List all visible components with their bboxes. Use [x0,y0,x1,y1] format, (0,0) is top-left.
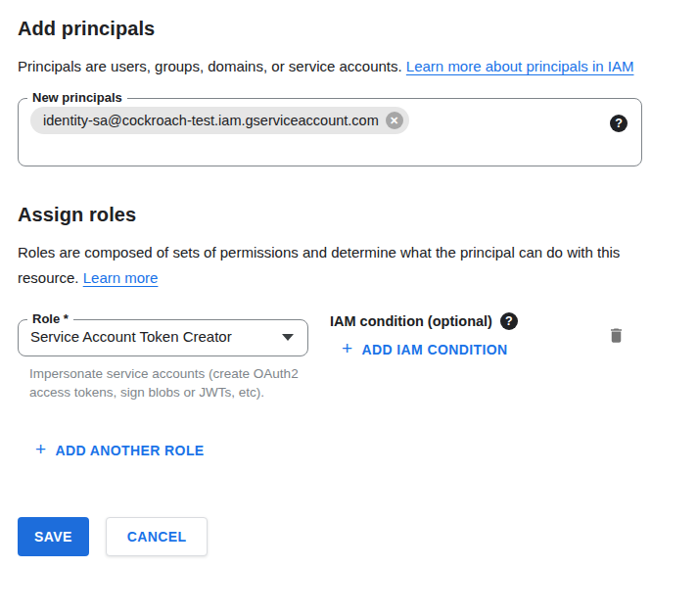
add-another-role-button[interactable]: + ADD ANOTHER ROLE [35,442,205,458]
add-iam-condition-label: ADD IAM CONDITION [362,342,508,357]
delete-role-button[interactable] [605,323,628,351]
role-row: Role * Service Account Token Creator Imp… [18,312,680,402]
chip-remove-icon[interactable]: ✕ [386,112,403,129]
add-iam-condition-button[interactable]: + ADD IAM CONDITION [342,341,508,357]
role-select[interactable]: Role * Service Account Token Creator [18,312,308,356]
iam-condition-label: IAM condition (optional) [330,312,492,330]
new-principals-label: New principals [27,91,127,105]
principals-description-text: Principals are users, groups, domains, o… [18,58,406,74]
role-column: Role * Service Account Token Creator Imp… [18,312,308,402]
iam-condition-column: IAM condition (optional) ? + ADD IAM CON… [330,312,518,358]
iam-condition-label-row: IAM condition (optional) ? [330,312,518,330]
new-principals-field[interactable]: New principals identity-sa@cockroach-tes… [18,91,642,166]
principal-chip: identity-sa@cockroach-test.iam.gservicea… [30,107,409,134]
add-another-role-label: ADD ANOTHER ROLE [56,443,205,458]
role-select-value: Service Account Token Creator [30,328,232,345]
new-principals-input-area[interactable]: identity-sa@cockroach-test.iam.gservicea… [19,105,641,166]
learn-more-principals-link[interactable]: Learn more about principals in IAM [406,58,634,74]
cancel-button[interactable]: CANCEL [106,517,209,556]
chevron-down-icon [282,334,294,341]
page-title: Add principals [18,16,680,41]
plus-icon: + [35,440,47,458]
role-select-value-row[interactable]: Service Account Token Creator [19,326,307,355]
save-button[interactable]: SAVE [18,517,89,556]
role-select-label: Role * [27,312,73,326]
add-another-role-row: + ADD ANOTHER ROLE [35,442,680,459]
principals-description: Principals are users, groups, domains, o… [18,54,662,79]
role-helper-text: Impersonate service accounts (create OAu… [29,364,311,402]
add-principals-panel: Add principals Principals are users, gro… [0,0,698,556]
assign-roles-title: Assign roles [18,202,680,227]
action-buttons-row: SAVE CANCEL [18,517,680,556]
principals-help-icon[interactable]: ? [610,115,628,132]
plus-icon: + [342,339,353,357]
roles-description: Roles are composed of sets of permission… [18,240,662,291]
iam-condition-help-icon[interactable]: ? [500,312,518,330]
principal-chip-text: identity-sa@cockroach-test.iam.gservicea… [43,113,379,128]
learn-more-roles-link[interactable]: Learn more [83,269,159,286]
trash-icon [607,325,626,346]
